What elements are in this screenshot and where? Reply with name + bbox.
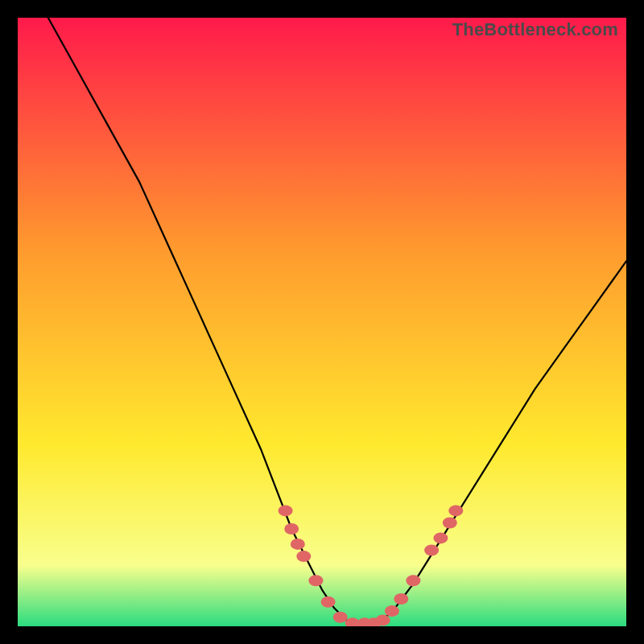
plot-area: TheBottleneck.com (18, 18, 626, 626)
highlight-dot (284, 523, 299, 535)
highlight-dot (394, 593, 408, 605)
highlight-dot (308, 575, 323, 586)
gradient-background (18, 18, 626, 626)
highlight-dot (321, 597, 336, 608)
highlight-dot (424, 545, 439, 556)
highlight-dot (433, 532, 448, 543)
highlight-dot (296, 551, 311, 562)
highlight-dot (376, 614, 390, 625)
highlight-dot (291, 539, 305, 550)
highlight-dot (385, 605, 399, 617)
highlight-dot (279, 505, 293, 516)
highlight-dot (443, 518, 457, 529)
highlight-dot (448, 505, 463, 516)
highlight-dot (333, 612, 348, 623)
highlight-dot (406, 575, 420, 586)
chart-frame: TheBottleneck.com (0, 0, 644, 644)
bottleneck-chart (18, 18, 626, 626)
